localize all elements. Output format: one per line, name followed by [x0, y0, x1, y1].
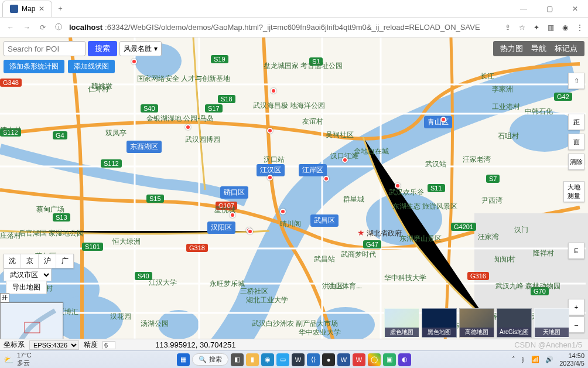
poi-label[interactable]: 武昌站 [314, 254, 335, 264]
poi-label[interactable]: 江汉大学 [149, 278, 177, 288]
poi-label[interactable]: 金地自在城 [354, 146, 389, 156]
poi-label[interactable]: 东湖磨山景区 [399, 234, 442, 244]
app-icon-2[interactable]: W [292, 353, 305, 366]
poi-marker-icon[interactable] [280, 209, 286, 214]
poi-label[interactable]: 庄落村 [0, 231, 21, 241]
poi-label[interactable]: 东湖生态 旅游风景区 [392, 202, 457, 212]
poi-label[interactable]: 晴川阁 [280, 219, 301, 229]
wps-icon[interactable]: W [353, 353, 365, 366]
nav-forward-icon[interactable]: → [21, 23, 33, 32]
clock[interactable]: 14:50 2023/4/5 [559, 352, 584, 366]
nav-reload-icon[interactable]: ⟳ [37, 23, 48, 32]
url-input[interactable]: localhost :63342/WebGIS/oldemo/demos/Gao… [69, 23, 500, 32]
poi-label[interactable]: 尹西湾 [481, 196, 502, 206]
poi-label[interactable]: 武商梦时代 [341, 250, 376, 260]
window-close-icon[interactable]: ✕ [562, 0, 588, 18]
poi-marker-icon[interactable] [247, 229, 253, 234]
north-arrow-icon[interactable]: ⇧ [568, 73, 584, 89]
proj-select[interactable]: EPSG:4326 [29, 340, 79, 350]
bookmark-icon[interactable]: ☆ [519, 23, 525, 32]
basemap-dark[interactable]: 黑色地图 [422, 308, 457, 338]
poi-label[interactable]: 洪山区 [322, 281, 343, 291]
poi-label[interactable]: 金银湖湿地 公园-鸟岛 [146, 114, 214, 124]
poi-label[interactable]: 中韩石化 [525, 107, 553, 117]
nav-directions[interactable]: 导航 [531, 43, 546, 54]
nav-marker[interactable]: 标记点 [555, 43, 577, 54]
poi-label[interactable]: 石咀村 [498, 131, 519, 141]
poi-label[interactable]: 隆祥村 [533, 248, 554, 258]
new-tab-button[interactable]: ＋ [57, 4, 64, 13]
app-icon-4[interactable]: ▣ [383, 353, 396, 366]
add-bar-chart-button[interactable]: 添加条形统计图 [4, 60, 64, 73]
tray-chevron-icon[interactable]: ˄ [512, 356, 515, 363]
poi-label[interactable]: 吴祠社区 [326, 130, 354, 140]
poi-marker-icon[interactable] [323, 176, 329, 182]
poi-marker-icon[interactable] [267, 175, 273, 180]
poi-label[interactable]: 后官湖国 家湿地公园 [19, 229, 84, 238]
poi-marker-icon[interactable] [440, 117, 446, 122]
clear-tool[interactable]: 清除 [568, 154, 584, 170]
poi-label[interactable]: 友谊村 [302, 117, 323, 127]
city-bei[interactable]: 京 [22, 254, 39, 268]
district-label[interactable]: 东西湖区 [127, 141, 162, 153]
area-tool[interactable]: 面 [568, 134, 584, 150]
poi-label[interactable]: 汪家湾 [478, 232, 499, 242]
poi-label[interactable]: 华中科技大学 [384, 273, 426, 283]
poi-label[interactable]: 汪家老湾 [463, 155, 491, 165]
sound-icon[interactable]: 🔊 [545, 356, 553, 363]
zoom-out-button[interactable]: – [568, 316, 584, 333]
sidepanel-icon[interactable]: ▥ [548, 23, 554, 32]
poi-label[interactable]: 李家洲 [492, 84, 513, 94]
profile-icon[interactable]: ◉ [562, 23, 568, 32]
nav-heatmap[interactable]: 热力图 [500, 43, 523, 54]
geodesic-tool[interactable]: 大地测量 [563, 181, 584, 202]
poi-label[interactable]: 汉口站 [264, 155, 285, 165]
app-icon-1[interactable]: ▭ [276, 353, 289, 366]
poi-marker-icon[interactable] [271, 88, 276, 94]
basemap-tianditu[interactable]: 天地图 [534, 308, 569, 338]
city-shen[interactable]: 沈 [4, 254, 21, 268]
city-guang[interactable]: 广 [57, 254, 73, 268]
zoom-in-button[interactable]: + [568, 299, 584, 315]
poi-label[interactable]: 武汉站 [425, 159, 446, 169]
overview-toggle[interactable]: 开 [0, 293, 9, 302]
edge-icon[interactable]: ◉ [261, 353, 274, 366]
district-label[interactable]: 青山区 [424, 116, 452, 128]
admin-select[interactable]: 武汉市区 [4, 268, 52, 281]
poi-marker-icon[interactable] [267, 128, 273, 134]
window-minimize-icon[interactable]: — [511, 0, 536, 18]
export-map-button[interactable]: 导出地图 [6, 281, 47, 294]
poi-label[interactable]: 双凤亭 [105, 128, 127, 138]
poi-label[interactable]: 武汉园博园 [185, 135, 220, 145]
poi-label[interactable]: 武汉九峰 森林动物园 [495, 281, 560, 291]
district-label[interactable]: 汉阳区 [207, 222, 235, 234]
poi-label[interactable]: 汉门 [514, 225, 528, 235]
poi-label[interactable]: 华中农业大学 [299, 328, 341, 338]
distance-tool[interactable]: 距 [568, 114, 584, 130]
poi-label[interactable]: 永旺梦乐城 [210, 279, 245, 289]
poi-label[interactable]: 魏姚墩 [91, 81, 112, 91]
start-icon[interactable]: ▦ [177, 353, 190, 366]
poi-label[interactable]: 湖北工业大学 [246, 295, 288, 305]
poi-marker-icon[interactable] [395, 183, 401, 189]
poi-label[interactable]: 长江 [480, 71, 494, 81]
basemap-gaode[interactable]: 高德地图 [459, 308, 494, 338]
map-container[interactable]: 东西湖区硚口区江汉区江岸区汉阳区武昌区青山区 G348G318G107G316G… [0, 38, 588, 350]
weather-widget[interactable]: ⛅ 17°C 多云 [4, 352, 32, 367]
wifi-icon[interactable]: 📶 [531, 356, 539, 363]
poi-marker-icon[interactable] [230, 212, 235, 218]
window-maximize-icon[interactable]: ▢ [536, 0, 562, 18]
taskbar-search[interactable]: 🔍 搜索 [192, 353, 228, 366]
poi-label[interactable]: 清水村 [0, 125, 21, 135]
extensions-icon[interactable]: ✦ [534, 23, 539, 32]
poi-marker-icon[interactable] [185, 124, 191, 130]
nav-back-icon[interactable]: ← [5, 23, 16, 32]
poi-label[interactable]: 国家网络安全 人才与创新基地 [137, 74, 230, 84]
add-line-chart-button[interactable]: 添加线状图 [68, 60, 115, 73]
chrome-icon[interactable]: ◯ [368, 353, 381, 366]
poi-label[interactable]: 武汉欢乐谷 [389, 188, 424, 197]
task-view-icon[interactable]: ◧ [231, 353, 244, 366]
browser-tab[interactable]: Map ✕ [2, 1, 52, 17]
poi-type-select[interactable]: 风景名胜 ▾ [119, 41, 162, 56]
poi-label[interactable]: 武汉海昌极 地海洋公园 [253, 101, 325, 111]
